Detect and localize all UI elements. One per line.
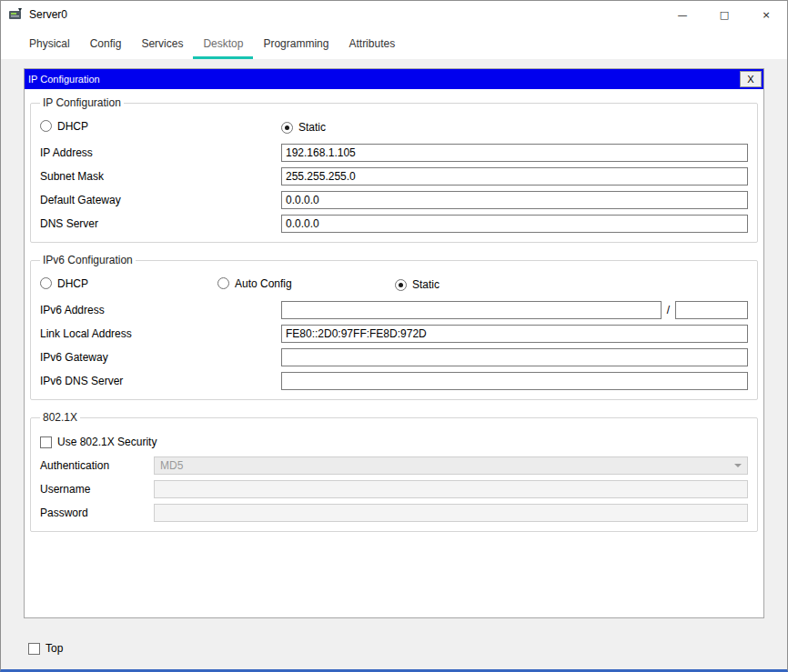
dhcp-radio[interactable]: DHCP (40, 120, 88, 133)
subnet-mask-input[interactable] (281, 167, 748, 186)
maximize-button[interactable]: □ (703, 1, 745, 28)
ip-address-row: IP Address (40, 144, 748, 162)
link-local-address-label: Link Local Address (40, 327, 281, 340)
subnet-mask-row: Subnet Mask (40, 167, 748, 186)
dot1x-group-title: 802.1X (40, 411, 80, 424)
dialog-body: IP Configuration DHCP Static (25, 89, 763, 617)
ip-configuration-group: IP Configuration DHCP Static (30, 96, 758, 243)
default-gateway-input[interactable] (281, 191, 748, 209)
static-radio-label: Static (298, 121, 326, 134)
authentication-select[interactable]: MD5 (154, 456, 748, 475)
tab-services[interactable]: Services (131, 28, 193, 59)
ip-address-label: IP Address (40, 146, 281, 159)
dot1x-security-row: Use 802.1X Security (40, 433, 748, 451)
ipv6-prefix-input[interactable] (675, 301, 748, 319)
ipv6-configuration-group-title: IPv6 Configuration (40, 254, 136, 266)
tab-programming[interactable]: Programming (253, 28, 338, 59)
use-8021x-security-label: Use 802.1X Security (57, 436, 157, 448)
radio-circle-icon (40, 120, 52, 132)
ipv6-configuration-group: IPv6 Configuration DHCP Auto Config (30, 254, 758, 400)
ipv6-static-radio-label: Static (412, 278, 439, 291)
authentication-selected-value: MD5 (160, 459, 183, 472)
password-row: Password (40, 504, 748, 522)
dialog-title-bar: IP Configuration X (25, 69, 763, 89)
ipv6-dns-server-label: IPv6 DNS Server (40, 375, 281, 387)
tab-config[interactable]: Config (80, 28, 132, 59)
top-checkbox-label: Top (45, 642, 63, 655)
dot1x-group: 802.1X Use 802.1X Security Authenticatio… (30, 411, 758, 532)
ipv6-dhcp-cell: DHCP (40, 277, 217, 293)
link-local-address-row: Link Local Address (40, 325, 748, 343)
tab-attributes[interactable]: Attributes (338, 28, 405, 59)
password-input[interactable] (154, 504, 748, 522)
ip-address-input[interactable] (281, 144, 748, 162)
ipv4-mode-row: DHCP Static (40, 118, 748, 136)
radio-circle-icon (40, 277, 52, 289)
ip-configuration-dialog: IP Configuration X IP Configuration DHCP (24, 68, 764, 618)
window-title: Server0 (29, 8, 67, 21)
dhcp-radio-label: DHCP (57, 120, 88, 133)
use-8021x-security-checkbox[interactable]: Use 802.1X Security (40, 436, 157, 448)
ipv6-gateway-row: IPv6 Gateway (40, 348, 748, 366)
app-window: Server0 — □ × Physical Config Services D… (0, 0, 788, 672)
checkbox-icon (28, 643, 40, 655)
ip-configuration-group-title: IP Configuration (40, 96, 124, 109)
ipv6-address-label: IPv6 Address (40, 304, 281, 316)
ipv6-gateway-input[interactable] (281, 348, 748, 366)
title-bar: Server0 — □ × (1, 1, 787, 28)
dialog-close-button[interactable]: X (740, 71, 762, 87)
ipv6-dhcp-radio-label: DHCP (57, 277, 88, 290)
ipv6-address-row: IPv6 Address / (40, 301, 748, 319)
footer-bar: Top (1, 627, 787, 669)
desktop-tab-content: IP Configuration X IP Configuration DHCP (1, 59, 787, 627)
default-gateway-row: Default Gateway (40, 191, 748, 209)
app-icon (8, 7, 23, 22)
ipv6-static-radio[interactable]: Static (395, 278, 439, 291)
tab-physical[interactable]: Physical (19, 28, 80, 59)
ipv6-mode-row: DHCP Auto Config Static (40, 276, 748, 294)
authentication-row: Authentication MD5 (40, 456, 748, 475)
minimize-button[interactable]: — (662, 1, 703, 28)
checkbox-icon (40, 436, 52, 448)
ipv6-prefix-separator: / (667, 304, 670, 316)
tab-bar: Physical Config Services Desktop Program… (1, 28, 787, 59)
ipv6-autoconfig-cell: Auto Config (217, 277, 395, 293)
subnet-mask-label: Subnet Mask (40, 170, 281, 183)
radio-circle-icon (281, 122, 293, 134)
ipv6-dns-server-input[interactable] (281, 372, 748, 390)
link-local-address-input[interactable] (281, 325, 748, 343)
ipv6-gateway-label: IPv6 Gateway (40, 351, 281, 364)
ipv6-dns-server-row: IPv6 DNS Server (40, 372, 748, 390)
chevron-down-icon (734, 464, 742, 471)
radio-circle-icon (217, 277, 229, 289)
username-label: Username (40, 483, 154, 496)
dns-server-label: DNS Server (40, 217, 281, 230)
static-radio[interactable]: Static (281, 121, 326, 134)
top-checkbox[interactable]: Top (28, 642, 63, 655)
authentication-label: Authentication (40, 459, 154, 472)
dialog-title: IP Configuration (28, 74, 100, 85)
dns-server-input[interactable] (281, 215, 748, 233)
ipv6-address-input[interactable] (281, 301, 662, 319)
username-input[interactable] (154, 480, 748, 498)
password-label: Password (40, 507, 154, 519)
tab-desktop[interactable]: Desktop (193, 28, 253, 59)
ipv4-dhcp-cell: DHCP (40, 120, 281, 135)
ipv6-auto-config-radio-label: Auto Config (235, 277, 292, 290)
dns-server-row: DNS Server (40, 215, 748, 233)
username-row: Username (40, 480, 748, 498)
window-controls: — □ × (662, 1, 787, 28)
close-button[interactable]: × (745, 1, 787, 28)
ipv6-auto-config-radio[interactable]: Auto Config (217, 277, 292, 290)
ipv6-dhcp-radio[interactable]: DHCP (40, 277, 88, 290)
radio-circle-icon (395, 279, 407, 291)
default-gateway-label: Default Gateway (40, 194, 281, 206)
